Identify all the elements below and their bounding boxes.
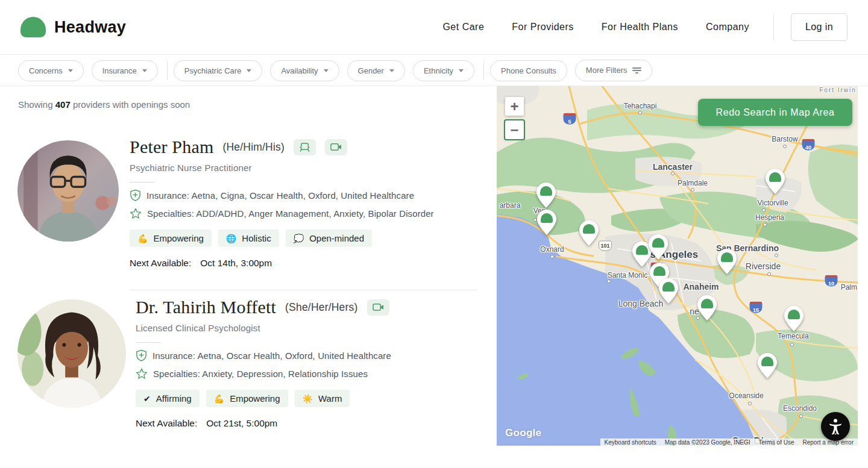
- nav-for-health-plans[interactable]: For Health Plans: [602, 22, 678, 33]
- map-city-dot: [767, 272, 771, 276]
- chevron-down-icon: [459, 69, 464, 72]
- map-city-dot: [671, 172, 675, 175]
- map-attribution: Keyboard shortcutsMap data ©2023 Google,…: [600, 438, 858, 446]
- interstate-shield-icon: 5: [564, 113, 576, 125]
- map-city-dot: [762, 208, 766, 212]
- provider-insurance: Insurance: Aetna, Cigna, Oscar Health, O…: [146, 190, 414, 201]
- provider-name[interactable]: Peter Pham: [130, 137, 213, 157]
- filter-label: More Filters: [586, 66, 627, 75]
- chevron-down-icon: [142, 69, 147, 72]
- provider-photo[interactable]: [17, 299, 126, 408]
- insurance-shield-icon: [130, 189, 141, 201]
- filter-divider: [483, 61, 484, 80]
- map-provider-pin[interactable]: [784, 305, 804, 332]
- map-provider-pin[interactable]: [536, 182, 556, 208]
- headway-logo-icon: [20, 17, 46, 37]
- specialties-star-icon: [136, 368, 148, 379]
- badge-label: Empowering: [153, 233, 203, 243]
- brand-name: Headway: [54, 18, 126, 37]
- map-city-dot: [783, 145, 787, 148]
- map-city-dot: [790, 343, 794, 346]
- provider-specialties: Specialties: Anxiety, Depression, Relati…: [153, 369, 368, 379]
- map-provider-pin[interactable]: [697, 295, 717, 321]
- trait-badge: 💭 Open-minded: [286, 229, 372, 247]
- results-count: 407: [55, 99, 71, 110]
- provider-photo[interactable]: [17, 140, 119, 242]
- filter-label: Psychiatric Care: [184, 66, 242, 75]
- sun-emoji: ☀️: [303, 394, 313, 404]
- redo-search-button[interactable]: Redo Search in Map Area: [698, 99, 852, 126]
- nav-for-providers[interactable]: For Providers: [512, 22, 574, 33]
- attribution-link[interactable]: Keyboard shortcuts: [600, 438, 661, 446]
- next-available-label: Next Available:: [136, 418, 197, 429]
- map-zoom-out-button[interactable]: −: [505, 120, 524, 139]
- filter-ethnicity[interactable]: Ethnicity: [413, 60, 474, 81]
- video-session-chip: [367, 299, 389, 316]
- login-button[interactable]: Log in: [791, 13, 848, 41]
- video-camera-icon: [330, 143, 342, 151]
- map-provider-pin[interactable]: [579, 220, 599, 246]
- trait-badge: 🌐 Holistic: [218, 229, 279, 247]
- video-camera-icon: [373, 303, 384, 311]
- insurance-shield-icon: [136, 349, 147, 361]
- nav-get-care[interactable]: Get Care: [442, 22, 484, 33]
- headway-logo[interactable]: Headway: [20, 17, 126, 37]
- provider-card[interactable]: Dr. Tahirih Moffett (She/Her/Hers) Licen…: [136, 297, 488, 429]
- filter-psychiatric-care[interactable]: Psychiatric Care: [174, 60, 263, 81]
- chevron-down-icon: [247, 69, 251, 72]
- card-divider: [130, 290, 477, 290]
- provider-title: Psychiatric Nurse Practitioner: [130, 163, 482, 173]
- chevron-down-icon: [324, 69, 329, 72]
- filter-gender[interactable]: Gender: [347, 60, 405, 81]
- us-route-shield-icon: 101: [599, 241, 612, 251]
- map-zoom-in-button[interactable]: +: [505, 97, 524, 116]
- filter-divider: [167, 61, 168, 80]
- map-city-dot: [550, 255, 554, 258]
- map-provider-pin[interactable]: [765, 168, 785, 195]
- next-available-time: Oct 21st, 5:00pm: [206, 418, 277, 429]
- provider-name[interactable]: Dr. Tahirih Moffett: [136, 297, 276, 317]
- map-city-dot: [607, 279, 611, 283]
- accessibility-widget-button[interactable]: [821, 412, 850, 441]
- trait-badges: 💪 Empowering 🌐 Holistic 💭 Open-minded: [130, 229, 482, 247]
- nav-divider: [773, 14, 774, 40]
- map-city-dot: [748, 402, 752, 405]
- google-logo[interactable]: Google: [505, 427, 541, 439]
- attribution-link[interactable]: Terms of Use: [755, 438, 799, 446]
- check-emoji: ✔: [143, 394, 151, 404]
- filter-availability[interactable]: Availability: [270, 60, 339, 81]
- provider-title: Licensed Clinical Psychologist: [136, 323, 488, 333]
- map-provider-pin[interactable]: [536, 209, 557, 236]
- filter-concerns[interactable]: Concerns: [18, 60, 84, 81]
- chevron-down-icon: [68, 69, 73, 72]
- attribution-link[interactable]: Report a map error: [799, 438, 858, 446]
- filter-label: Insurance: [102, 66, 137, 75]
- provider-card[interactable]: Peter Pham (He/Him/His) Psychiatric Nurs…: [130, 137, 482, 269]
- filter-label: Availability: [281, 66, 318, 75]
- provider-list: Showing 407 providers with openings soon…: [0, 86, 489, 446]
- filter-insurance[interactable]: Insurance: [92, 60, 158, 81]
- filter-phone-consults[interactable]: Phone Consults: [490, 60, 567, 81]
- map-provider-pin[interactable]: [648, 234, 668, 260]
- interstate-shield-icon: 15: [750, 302, 763, 313]
- flex-emoji: 💪: [214, 394, 224, 404]
- filter-label: Concerns: [29, 66, 63, 75]
- filter-label: Ethnicity: [424, 66, 453, 75]
- map-provider-pin[interactable]: [757, 352, 778, 379]
- map-provider-pin[interactable]: [717, 248, 737, 275]
- nav-company[interactable]: Company: [706, 22, 749, 33]
- provider-specialties: Specialties: ADD/ADHD, Anger Management,…: [147, 208, 434, 219]
- map-city-dot: [647, 302, 651, 306]
- trait-badges: ✔ Affirming 💪 Empowering ☀️ Warm: [136, 390, 488, 407]
- attribution-text: Map data ©2023 Google, INEGI: [661, 438, 755, 446]
- google-map[interactable]: Fort IrwinTehachapiBarstowLancasterPalmd…: [497, 86, 858, 446]
- trait-badge: ✔ Affirming: [136, 390, 200, 407]
- map-city-dot: [799, 414, 803, 418]
- results-suffix: providers with openings soon: [73, 99, 190, 110]
- results-count-line: Showing 407 providers with openings soon: [18, 99, 190, 110]
- filter-more-filters[interactable]: More Filters: [575, 60, 653, 81]
- map-provider-pin[interactable]: [658, 278, 679, 304]
- trait-badge: ☀️ Warm: [295, 390, 350, 407]
- badge-label: Holistic: [242, 233, 271, 243]
- filter-label: Phone Consults: [501, 66, 556, 75]
